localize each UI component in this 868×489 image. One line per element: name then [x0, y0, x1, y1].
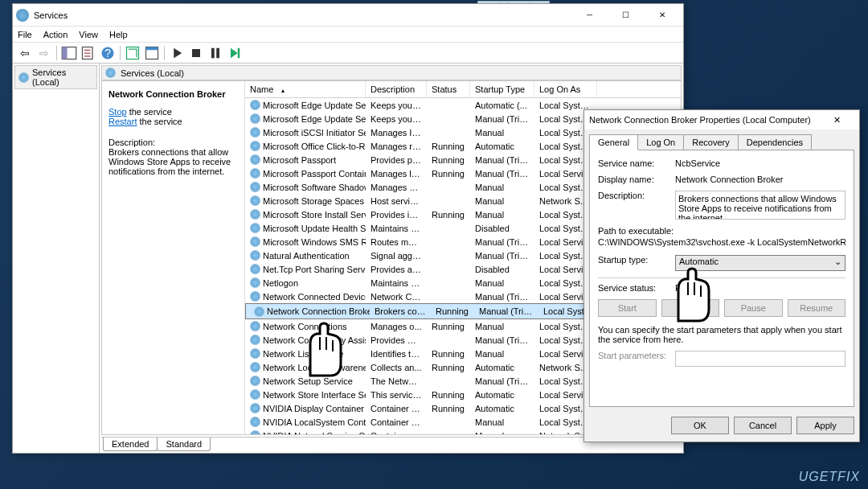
menubar: File Action View Help [13, 27, 683, 43]
dialog-title: Network Connection Broker Properties (Lo… [589, 115, 819, 125]
services-icon [18, 72, 29, 83]
start-button[interactable]: Start [598, 299, 657, 317]
tab-dependencies[interactable]: Dependencies [738, 134, 812, 150]
tab-logon[interactable]: Log On [637, 134, 684, 150]
services-icon [105, 68, 116, 78]
restart-link[interactable]: Restart [108, 117, 137, 126]
service-icon [250, 141, 260, 151]
services-icon [16, 9, 29, 22]
show-hide-tree-button[interactable] [60, 44, 78, 62]
pause-button[interactable]: Pause [724, 299, 783, 317]
description-text: Brokers connections that allow Windows S… [108, 147, 238, 176]
service-icon [250, 223, 260, 233]
help-button[interactable]: ? [99, 44, 117, 62]
menu-action[interactable]: Action [43, 30, 68, 39]
service-icon [250, 100, 260, 110]
minimize-button[interactable]: ─ [571, 7, 608, 23]
service-icon [250, 417, 260, 427]
ok-button[interactable]: OK [671, 417, 729, 434]
service-icon [250, 168, 260, 179]
col-logon[interactable]: Log On As [534, 81, 597, 97]
col-startup[interactable]: Startup Type [470, 81, 534, 97]
properties-button[interactable] [143, 44, 161, 62]
tab-general-page: Service name:NcbService Display name:Net… [589, 150, 854, 407]
dialog-close-button[interactable]: ✕ [819, 112, 854, 128]
col-description[interactable]: Description [366, 81, 427, 97]
restart-service-button[interactable] [226, 44, 244, 62]
start-service-button[interactable] [168, 44, 186, 62]
detail-header: Services (Local) [101, 65, 682, 80]
service-status-value: Running [675, 283, 845, 293]
stop-service-button[interactable] [187, 44, 205, 62]
svg-rect-7 [146, 47, 158, 50]
forward-button[interactable]: ⇨ [35, 44, 53, 62]
svg-rect-8 [192, 49, 200, 57]
service-name-label: Service name: [598, 158, 675, 168]
menu-view[interactable]: View [79, 30, 98, 39]
tab-general[interactable]: General [589, 134, 638, 150]
start-params-hint: You can specify the start parameters tha… [598, 325, 845, 344]
toolbar: ⇦ ⇨ ? [13, 43, 683, 64]
tab-recovery[interactable]: Recovery [683, 134, 738, 150]
service-icon [250, 403, 260, 413]
close-button[interactable]: ✕ [644, 7, 680, 23]
display-name-value: Network Connection Broker [675, 175, 845, 184]
detail-header-label: Services (Local) [121, 68, 184, 78]
stop-link[interactable]: Stop [108, 107, 127, 117]
tab-extended[interactable]: Extended [103, 438, 158, 451]
tree-root[interactable]: Services (Local) [14, 65, 97, 89]
service-icon [250, 195, 260, 206]
restart-suffix: the service [137, 117, 182, 126]
titlebar[interactable]: Services ─ ☐ ✕ [13, 4, 683, 27]
tree-pane: Services (Local) [13, 64, 100, 453]
apply-button[interactable]: Apply [796, 417, 854, 434]
service-icon [250, 362, 260, 372]
menu-help[interactable]: Help [109, 30, 128, 39]
service-icon [250, 376, 260, 386]
service-icon [250, 430, 260, 434]
back-button[interactable]: ⇦ [16, 44, 34, 62]
dialog-tabs: General Log On Recovery Dependencies [584, 129, 859, 150]
service-info-panel: Network Connection Broker Stop the servi… [102, 81, 245, 434]
startup-type-select[interactable]: Automatic⌄ [675, 255, 845, 271]
service-icon [250, 321, 260, 331]
service-icon [250, 250, 260, 261]
tree-root-label: Services (Local) [32, 68, 93, 87]
service-icon [250, 291, 260, 302]
window-title: Services [34, 10, 571, 20]
start-params-input[interactable] [675, 351, 845, 367]
service-icon [250, 182, 260, 192]
service-icon [250, 264, 260, 274]
path-value: C:\WINDOWS\System32\svchost.exe -k Local… [598, 237, 845, 247]
watermark-logo: UGETFIX [799, 470, 860, 484]
svg-rect-11 [238, 47, 240, 58]
service-icon [250, 348, 260, 359]
maximize-button[interactable]: ☐ [608, 7, 644, 23]
properties-dialog: Network Connection Broker Properties (Lo… [583, 109, 860, 442]
refresh-button[interactable] [124, 44, 141, 62]
export-list-button[interactable] [80, 44, 97, 62]
description-box[interactable]: Brokers connections that allow Windows S… [675, 191, 845, 220]
svg-rect-9 [211, 47, 215, 58]
dialog-titlebar[interactable]: Network Connection Broker Properties (Lo… [584, 110, 859, 129]
stop-button[interactable]: Stop [661, 299, 720, 317]
svg-rect-1 [62, 47, 67, 59]
col-status[interactable]: Status [427, 81, 470, 97]
pause-service-button[interactable] [207, 44, 224, 62]
service-name-value: NcbService [675, 158, 845, 168]
tab-standard[interactable]: Standard [157, 438, 211, 451]
service-icon [250, 113, 260, 124]
menu-file[interactable]: File [18, 30, 32, 39]
service-icon [250, 335, 260, 345]
selected-service-name: Network Connection Broker [108, 89, 238, 99]
service-icon [250, 127, 260, 138]
cancel-button[interactable]: Cancel [734, 417, 792, 434]
description-label: Description: [108, 138, 238, 147]
description-label: Description: [598, 191, 675, 200]
service-icon [250, 154, 260, 165]
resume-button[interactable]: Resume [788, 299, 846, 317]
path-label: Path to executable: [598, 226, 845, 236]
stop-suffix: the service [127, 107, 172, 117]
svg-rect-10 [216, 47, 219, 58]
col-name[interactable]: Name ▴ [245, 81, 366, 97]
